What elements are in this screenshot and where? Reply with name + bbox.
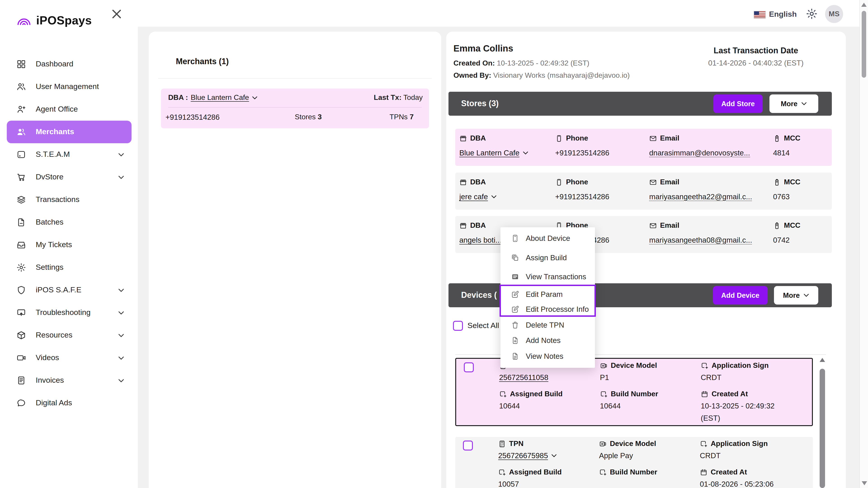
scroll-up-arrow-icon[interactable] xyxy=(861,3,867,7)
sidebar-item-dashboard[interactable]: Dashboard xyxy=(7,53,131,75)
created-at-tz: (EST) xyxy=(701,414,720,422)
chevron-down-icon[interactable] xyxy=(252,96,258,100)
sidebar-item-settings[interactable]: Settings xyxy=(7,256,131,279)
user-avatar[interactable]: MS xyxy=(825,5,843,23)
chevron-down-icon[interactable] xyxy=(491,195,497,199)
device-model-column-label: Device Model xyxy=(600,361,657,369)
select-all-label: Select All xyxy=(467,321,499,330)
last-transaction-value: 01-14-2026 - 04:40:32 (EST) xyxy=(681,59,831,67)
device-row[interactable]: TPN 256726675985 Device Model Apple Pay … xyxy=(455,437,813,488)
sidebar-close-button[interactable] xyxy=(110,8,124,21)
menu-item-delete-tpn[interactable]: Delete TPN xyxy=(500,317,595,332)
device-model-icon xyxy=(600,362,608,369)
assigned-build-icon xyxy=(498,468,506,476)
divider xyxy=(158,78,432,78)
stores-section-title: Stores (3) xyxy=(461,92,499,116)
menu-item-edit-param[interactable]: Edit Param xyxy=(500,287,595,302)
users-icon xyxy=(16,82,26,92)
sidebar-item-invoices[interactable]: Invoices xyxy=(7,369,131,392)
device-tpn-value[interactable]: 256725611058 xyxy=(499,373,548,382)
sidebar-item-merchants[interactable]: Merchants xyxy=(7,121,131,143)
sidebar-item-digital-ads[interactable]: Digital Ads xyxy=(7,392,131,414)
device-row[interactable]: TPN 256725611058 Device Model P1 Applica… xyxy=(455,358,813,426)
devices-scrollbar[interactable] xyxy=(819,356,826,488)
sidebar-item-label: Agent Office xyxy=(36,105,78,114)
tpn-icon xyxy=(498,440,506,448)
store-email-value[interactable]: mariyasangeetha08@gmail.c... xyxy=(649,236,752,245)
store-dba-value[interactable]: angels boti... xyxy=(459,236,502,245)
dba-column-label: DBA xyxy=(459,221,486,230)
owned-by-value: Visionary Works (msahayaraj@dejavoo.io) xyxy=(493,71,630,79)
store-email-value[interactable]: dnarasimman@denovosyste... xyxy=(649,149,750,157)
sidebar-item-label: Dashboard xyxy=(36,60,73,69)
sidebar-item-transactions[interactable]: Transactions xyxy=(7,188,131,211)
page-scrollbar[interactable] xyxy=(860,0,868,488)
video-icon xyxy=(16,353,26,363)
assigned-build-icon xyxy=(499,390,507,398)
menu-item-add-notes[interactable]: Add Notes xyxy=(500,332,595,348)
scroll-down-arrow-icon[interactable] xyxy=(862,481,867,485)
chevron-down-icon[interactable] xyxy=(551,454,557,458)
sidebar-item-troubleshooting[interactable]: Troubleshooting xyxy=(7,301,131,324)
sidebar-item-dvstore[interactable]: DvStore xyxy=(7,166,131,188)
chevron-down-icon xyxy=(118,356,124,360)
application-sign-value: CRDT xyxy=(701,373,721,382)
merchant-dba-link[interactable]: Blue Lantern Cafe xyxy=(191,94,249,102)
merchant-name: Emma Collins xyxy=(454,43,513,54)
chevron-down-icon[interactable] xyxy=(523,151,528,155)
store-mcc-value: 4814 xyxy=(773,149,789,157)
box-icon xyxy=(16,330,26,340)
menu-item-label: Delete TPN xyxy=(526,321,564,329)
last-tx-value: Today xyxy=(403,94,423,101)
devices-scrollbar-thumb[interactable] xyxy=(819,369,825,488)
device-checkbox[interactable] xyxy=(464,362,474,372)
storefront-icon xyxy=(459,178,467,186)
sidebar-item-label: S.T.E.A.M xyxy=(36,150,70,159)
created-at-column-label: Created At xyxy=(701,390,748,398)
chevron-down-icon xyxy=(118,379,124,383)
mail-icon xyxy=(649,178,657,186)
store-dba-value[interactable]: jere cafe xyxy=(459,193,497,201)
sidebar-item-videos[interactable]: Videos xyxy=(7,347,131,369)
calendar-icon xyxy=(700,468,708,476)
stores-more-button[interactable]: More xyxy=(770,94,818,113)
sidebar-item-batches[interactable]: Batches xyxy=(7,211,131,234)
sidebar-item-label: Transactions xyxy=(36,195,79,204)
language-label: English xyxy=(769,10,797,19)
store-dba-value[interactable]: Blue Lantern Cafe xyxy=(459,149,528,157)
store-row[interactable]: DBA jere cafe Phone +919123514286 Email … xyxy=(455,173,832,210)
menu-item-edit-processor-info[interactable]: Edit Processor Info xyxy=(500,301,595,317)
sidebar-item-agent-office[interactable]: Agent Office xyxy=(7,98,131,121)
chevron-down-icon xyxy=(118,175,124,179)
devices-more-button[interactable]: More xyxy=(774,286,818,304)
sidebar-item-resources[interactable]: Resources xyxy=(7,324,131,347)
menu-item-view-transactions[interactable]: View Transactions xyxy=(500,269,595,284)
language-selector[interactable]: English xyxy=(754,10,797,19)
device-tpn-value[interactable]: 256726675985 xyxy=(498,451,557,460)
merchant-tpns: TPNs 7 xyxy=(390,113,414,121)
sidebar-item-ipos-safe[interactable]: iPOS S.A.F.E xyxy=(7,279,131,301)
merchants-icon xyxy=(16,127,26,137)
select-all-checkbox[interactable] xyxy=(453,321,463,331)
menu-item-view-notes[interactable]: View Notes xyxy=(500,348,595,364)
menu-item-label: Edit Param xyxy=(526,290,563,298)
add-device-button[interactable]: Add Device xyxy=(713,286,768,304)
device-model-icon xyxy=(599,440,607,448)
store-row[interactable]: DBA Blue Lantern Cafe Phone +91912351428… xyxy=(455,129,832,166)
sidebar-item-steam[interactable]: S.T.E.A.M xyxy=(7,143,131,166)
device-checkbox[interactable] xyxy=(463,441,473,451)
sidebar-item-user-management[interactable]: User Management xyxy=(7,75,131,98)
chevron-down-icon xyxy=(118,311,124,315)
merchant-summary-card[interactable]: DBA : Blue Lantern Cafe Last Tx: Today +… xyxy=(161,89,429,128)
scroll-up-arrow-icon[interactable] xyxy=(819,358,825,362)
settings-gear-button[interactable] xyxy=(806,8,818,20)
menu-item-assign-build[interactable]: Assign Build xyxy=(500,250,595,265)
menu-item-label: Edit Processor Info xyxy=(526,305,589,313)
store-email-value[interactable]: mariyasangeetha22@gmail.c... xyxy=(649,193,752,201)
add-store-button[interactable]: Add Store xyxy=(713,94,763,113)
sidebar-item-my-tickets[interactable]: My Tickets xyxy=(7,234,131,256)
menu-item-label: About Device xyxy=(526,234,570,242)
gear-icon xyxy=(16,263,26,272)
menu-item-about-device[interactable]: About Device xyxy=(500,230,595,246)
page-scrollbar-thumb[interactable] xyxy=(862,11,866,78)
